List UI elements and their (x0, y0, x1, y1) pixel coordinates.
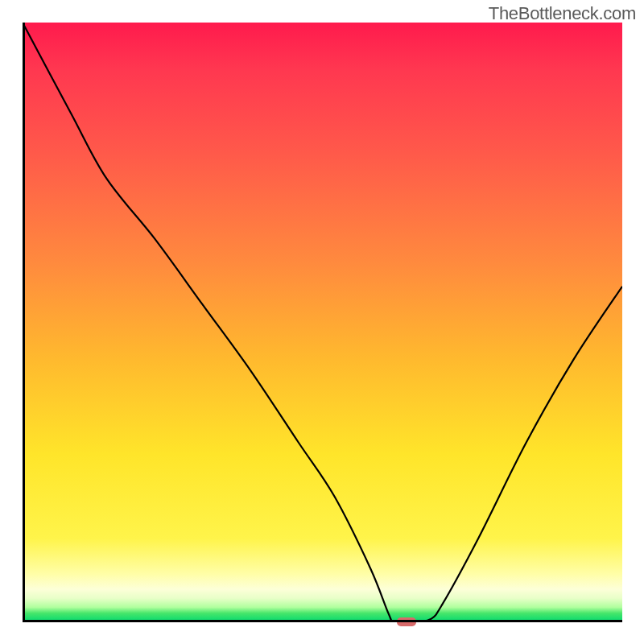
watermark-text: TheBottleneck.com (489, 3, 636, 24)
chart-svg (23, 23, 622, 622)
bottleneck-curve (23, 23, 622, 622)
optimal-marker (397, 617, 416, 626)
